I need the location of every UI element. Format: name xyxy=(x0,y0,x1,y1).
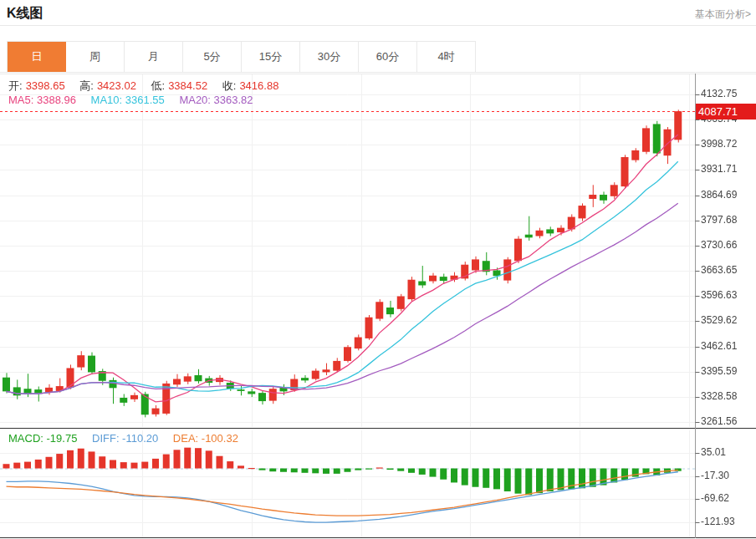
tab-5min[interactable]: 5分 xyxy=(183,42,242,73)
tab-month[interactable]: 月 xyxy=(125,42,183,73)
y-axis-label: 3596.63 xyxy=(701,289,737,301)
close-label: 收: xyxy=(222,79,237,92)
tab-30min[interactable]: 30分 xyxy=(300,42,359,73)
current-price-tag: 4087.71 xyxy=(696,104,756,119)
y-axis-label: 3529.62 xyxy=(701,314,737,326)
y-axis-label: 35.01 xyxy=(701,446,726,458)
page-header: K线图 基本面分析> xyxy=(0,0,756,26)
macd-value: MACD: -19.75 xyxy=(8,432,77,445)
y-axis-label: 3395.59 xyxy=(701,365,737,377)
y-axis-label: 3261.56 xyxy=(701,415,737,427)
tab-15min[interactable]: 15分 xyxy=(242,42,300,73)
high-value: 3423.02 xyxy=(97,79,136,92)
kline-chart-area: 开:3398.65 高:3423.02 低:3384.52 收:3416.88 … xyxy=(0,74,756,539)
ma20-value: MA20: 3363.82 xyxy=(179,94,253,106)
y-axis-label: 3931.71 xyxy=(701,163,737,175)
y-axis-label: 3663.65 xyxy=(701,264,737,276)
candlestick-macd-canvas[interactable] xyxy=(0,74,756,539)
y-axis-label: 4132.75 xyxy=(701,88,737,99)
y-axis-label: 3730.66 xyxy=(701,239,737,251)
macd-legend: MACD: -19.75 DIFF: -110.20 DEA: -100.32 xyxy=(8,432,242,445)
y-axis-label: 3797.68 xyxy=(701,214,737,226)
low-label: 低: xyxy=(151,79,166,92)
ma5-value: MA5: 3388.96 xyxy=(8,94,76,106)
tab-week[interactable]: 周 xyxy=(66,42,125,73)
y-axis-label: 3328.58 xyxy=(701,390,737,402)
dea-value: DEA: -100.32 xyxy=(173,432,238,445)
low-value: 3384.52 xyxy=(168,79,207,92)
tabs-underline xyxy=(0,72,756,73)
tab-day[interactable]: 日 xyxy=(8,42,66,73)
close-value: 3416.88 xyxy=(239,79,278,92)
page-title: K线图 xyxy=(7,5,43,23)
tab-4hour[interactable]: 4时 xyxy=(417,42,476,73)
high-label: 高: xyxy=(79,79,94,92)
ohlc-legend: 开:3398.65 高:3423.02 低:3384.52 收:3416.88 xyxy=(8,79,282,94)
fundamental-analysis-link[interactable]: 基本面分析> xyxy=(695,8,751,22)
y-axis-label: -121.93 xyxy=(701,516,735,527)
open-label: 开: xyxy=(8,79,23,92)
y-axis-label: 3864.69 xyxy=(701,189,737,201)
y-axis-label: 3998.72 xyxy=(701,138,737,150)
open-value: 3398.65 xyxy=(26,79,65,92)
y-axis-label: -69.62 xyxy=(701,492,729,504)
ma-legend: MA5: 3388.96 MA10: 3361.55 MA20: 3363.82 xyxy=(8,94,257,106)
timeframe-tabs: 日 周 月 5分 15分 30分 60分 4时 xyxy=(7,41,476,72)
ma10-value: MA10: 3361.55 xyxy=(91,94,165,106)
y-axis-label: -17.30 xyxy=(701,470,729,481)
tab-60min[interactable]: 60分 xyxy=(359,42,417,73)
diff-value: DIFF: -110.20 xyxy=(92,432,158,445)
y-axis-label: 3462.61 xyxy=(701,340,737,352)
